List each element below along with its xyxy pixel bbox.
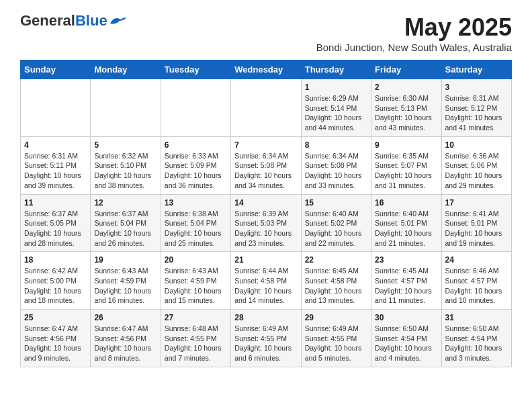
day-number: 12 [94, 198, 157, 208]
day-number: 10 [445, 140, 508, 150]
header-cell-sunday: Sunday [21, 60, 91, 79]
day-number: 14 [234, 198, 297, 208]
calendar-week-row: 25Sunrise: 6:47 AM Sunset: 4:56 PM Dayli… [21, 310, 512, 367]
day-info: Sunrise: 6:45 AM Sunset: 4:58 PM Dayligh… [305, 266, 367, 306]
day-info: Sunrise: 6:46 AM Sunset: 4:57 PM Dayligh… [445, 266, 508, 306]
day-number: 9 [375, 140, 437, 150]
calendar-cell: 3Sunrise: 6:31 AM Sunset: 5:12 PM Daylig… [441, 79, 511, 137]
calendar-body: 1Sunrise: 6:29 AM Sunset: 5:14 PM Daylig… [21, 79, 512, 367]
day-number: 24 [445, 255, 508, 265]
day-info: Sunrise: 6:49 AM Sunset: 4:55 PM Dayligh… [234, 324, 297, 363]
logo-blue-text: Blue [75, 12, 107, 29]
calendar-table: SundayMondayTuesdayWednesdayThursdayFrid… [20, 60, 512, 367]
day-info: Sunrise: 6:34 AM Sunset: 5:08 PM Dayligh… [305, 151, 367, 191]
day-number: 1 [305, 83, 367, 92]
day-info: Sunrise: 6:30 AM Sunset: 5:13 PM Dayligh… [375, 93, 437, 133]
calendar-cell: 10Sunrise: 6:36 AM Sunset: 5:06 PM Dayli… [441, 136, 511, 194]
day-number: 31 [445, 313, 508, 322]
day-number: 8 [305, 140, 367, 150]
calendar-cell: 22Sunrise: 6:45 AM Sunset: 4:58 PM Dayli… [301, 252, 371, 310]
day-info: Sunrise: 6:36 AM Sunset: 5:06 PM Dayligh… [445, 151, 508, 191]
calendar-week-row: 11Sunrise: 6:37 AM Sunset: 5:05 PM Dayli… [21, 194, 512, 252]
location-title: Bondi Junction, New South Wales, Austral… [316, 42, 512, 53]
logo-general-text: General [20, 12, 75, 29]
calendar-cell: 23Sunrise: 6:45 AM Sunset: 4:57 PM Dayli… [371, 252, 441, 310]
day-number: 20 [165, 255, 227, 265]
calendar-cell: 17Sunrise: 6:41 AM Sunset: 5:01 PM Dayli… [441, 194, 511, 252]
calendar-cell: 16Sunrise: 6:40 AM Sunset: 5:01 PM Dayli… [371, 194, 441, 252]
calendar-cell: 27Sunrise: 6:48 AM Sunset: 4:55 PM Dayli… [161, 310, 230, 367]
day-info: Sunrise: 6:48 AM Sunset: 4:55 PM Dayligh… [165, 324, 227, 363]
day-info: Sunrise: 6:43 AM Sunset: 4:59 PM Dayligh… [94, 266, 157, 306]
day-number: 28 [234, 313, 297, 322]
calendar-week-row: 1Sunrise: 6:29 AM Sunset: 5:14 PM Daylig… [21, 79, 512, 137]
calendar-cell: 9Sunrise: 6:35 AM Sunset: 5:07 PM Daylig… [371, 136, 441, 194]
day-number: 2 [375, 83, 437, 92]
day-info: Sunrise: 6:33 AM Sunset: 5:09 PM Dayligh… [165, 151, 227, 191]
day-info: Sunrise: 6:34 AM Sunset: 5:08 PM Dayligh… [234, 151, 297, 191]
logo-bird-icon [109, 14, 128, 28]
header-cell-tuesday: Tuesday [161, 60, 230, 79]
day-number: 4 [24, 140, 87, 150]
day-number: 16 [375, 198, 437, 208]
day-info: Sunrise: 6:35 AM Sunset: 5:07 PM Dayligh… [375, 151, 437, 191]
calendar-cell: 26Sunrise: 6:47 AM Sunset: 4:56 PM Dayli… [91, 310, 161, 367]
day-info: Sunrise: 6:44 AM Sunset: 4:58 PM Dayligh… [234, 266, 297, 306]
day-info: Sunrise: 6:40 AM Sunset: 5:01 PM Dayligh… [375, 209, 437, 248]
day-info: Sunrise: 6:29 AM Sunset: 5:14 PM Dayligh… [305, 93, 367, 133]
calendar-cell: 7Sunrise: 6:34 AM Sunset: 5:08 PM Daylig… [231, 136, 301, 194]
day-number: 15 [305, 198, 367, 208]
day-info: Sunrise: 6:39 AM Sunset: 5:03 PM Dayligh… [234, 209, 297, 248]
day-number: 6 [165, 140, 227, 150]
calendar-week-row: 4Sunrise: 6:31 AM Sunset: 5:11 PM Daylig… [21, 136, 512, 194]
day-number: 18 [24, 255, 87, 265]
day-info: Sunrise: 6:49 AM Sunset: 4:55 PM Dayligh… [305, 324, 367, 363]
day-number: 23 [375, 255, 437, 265]
calendar-cell: 21Sunrise: 6:44 AM Sunset: 4:58 PM Dayli… [231, 252, 301, 310]
header: GeneralBlue May 2025 Bondi Junction, New… [20, 13, 512, 53]
day-number: 5 [94, 140, 157, 150]
day-number: 26 [94, 313, 157, 322]
day-number: 11 [24, 198, 87, 208]
calendar-cell: 12Sunrise: 6:37 AM Sunset: 5:04 PM Dayli… [91, 194, 161, 252]
calendar-cell: 13Sunrise: 6:38 AM Sunset: 5:04 PM Dayli… [161, 194, 230, 252]
logo: GeneralBlue [20, 13, 128, 28]
calendar-cell: 6Sunrise: 6:33 AM Sunset: 5:09 PM Daylig… [161, 136, 230, 194]
calendar-cell: 5Sunrise: 6:32 AM Sunset: 5:10 PM Daylig… [91, 136, 161, 194]
day-info: Sunrise: 6:41 AM Sunset: 5:01 PM Dayligh… [445, 209, 508, 248]
day-number: 3 [445, 83, 508, 92]
calendar-cell: 31Sunrise: 6:50 AM Sunset: 4:54 PM Dayli… [441, 310, 511, 367]
calendar-cell [21, 79, 91, 137]
calendar-week-row: 18Sunrise: 6:42 AM Sunset: 5:00 PM Dayli… [21, 252, 512, 310]
calendar-header: SundayMondayTuesdayWednesdayThursdayFrid… [21, 60, 512, 79]
title-area: May 2025 Bondi Junction, New South Wales… [316, 13, 512, 53]
day-info: Sunrise: 6:37 AM Sunset: 5:05 PM Dayligh… [24, 209, 87, 248]
day-info: Sunrise: 6:38 AM Sunset: 5:04 PM Dayligh… [165, 209, 227, 248]
day-number: 22 [305, 255, 367, 265]
header-cell-thursday: Thursday [301, 60, 371, 79]
day-info: Sunrise: 6:42 AM Sunset: 5:00 PM Dayligh… [24, 266, 87, 306]
header-cell-friday: Friday [371, 60, 441, 79]
calendar-cell: 24Sunrise: 6:46 AM Sunset: 4:57 PM Dayli… [441, 252, 511, 310]
calendar-cell: 8Sunrise: 6:34 AM Sunset: 5:08 PM Daylig… [301, 136, 371, 194]
calendar-cell: 19Sunrise: 6:43 AM Sunset: 4:59 PM Dayli… [91, 252, 161, 310]
day-info: Sunrise: 6:45 AM Sunset: 4:57 PM Dayligh… [375, 266, 437, 306]
day-info: Sunrise: 6:32 AM Sunset: 5:10 PM Dayligh… [94, 151, 157, 191]
day-number: 29 [305, 313, 367, 322]
calendar-cell [231, 79, 301, 137]
day-info: Sunrise: 6:40 AM Sunset: 5:02 PM Dayligh… [305, 209, 367, 248]
calendar-cell: 4Sunrise: 6:31 AM Sunset: 5:11 PM Daylig… [21, 136, 91, 194]
day-number: 21 [234, 255, 297, 265]
day-info: Sunrise: 6:37 AM Sunset: 5:04 PM Dayligh… [94, 209, 157, 248]
day-number: 13 [165, 198, 227, 208]
calendar-cell: 18Sunrise: 6:42 AM Sunset: 5:00 PM Dayli… [21, 252, 91, 310]
calendar-cell: 29Sunrise: 6:49 AM Sunset: 4:55 PM Dayli… [301, 310, 371, 367]
day-info: Sunrise: 6:47 AM Sunset: 4:56 PM Dayligh… [94, 324, 157, 363]
calendar-cell: 2Sunrise: 6:30 AM Sunset: 5:13 PM Daylig… [371, 79, 441, 137]
day-number: 19 [94, 255, 157, 265]
day-info: Sunrise: 6:50 AM Sunset: 4:54 PM Dayligh… [375, 324, 437, 363]
header-row: SundayMondayTuesdayWednesdayThursdayFrid… [21, 60, 512, 79]
month-title: May 2025 [316, 13, 512, 42]
day-number: 30 [375, 313, 437, 322]
day-info: Sunrise: 6:31 AM Sunset: 5:11 PM Dayligh… [24, 151, 87, 191]
